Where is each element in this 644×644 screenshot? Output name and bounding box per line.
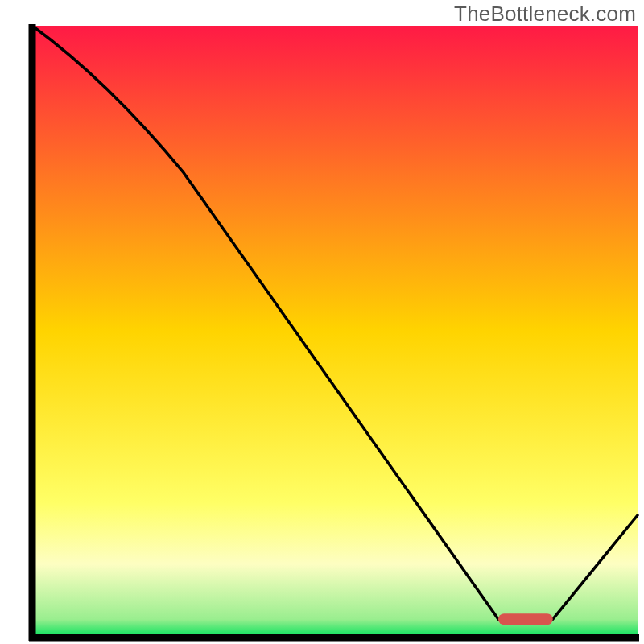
plot-area xyxy=(32,26,638,638)
chart-root: TheBottleneck.com xyxy=(0,0,644,644)
watermark-text: TheBottleneck.com xyxy=(454,2,636,27)
optimum-marker xyxy=(498,613,553,625)
chart-svg xyxy=(0,0,644,644)
